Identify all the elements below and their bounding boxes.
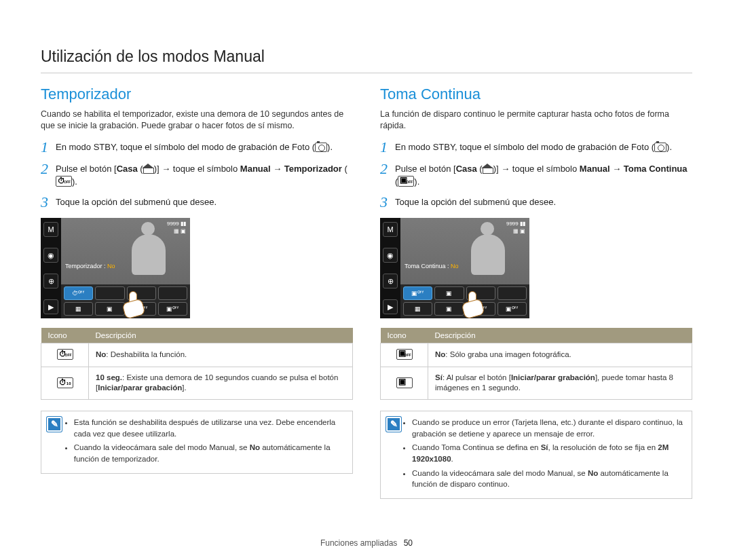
option-cont-on[interactable]: ▣ [434,286,464,300]
option-row2[interactable]: ▣ᴼᶠᶠ [158,302,187,316]
divider [41,73,692,73]
option-row2[interactable]: ▦ [64,302,93,316]
play-icon: ▶ [43,299,58,314]
pointer-hand-icon [462,291,486,316]
section-heading-left: Temporizador [41,86,353,103]
step-body: Toque la opción del submenú que desee. [395,196,692,210]
camera-icon: ◉ [383,248,398,263]
right-column: Toma Continua La función de disparo cont… [380,86,692,499]
continuous-off-icon [398,176,414,187]
option-row2[interactable]: ▣ [434,302,464,316]
intro-right: La función de disparo continuo le permit… [380,109,692,132]
device-status: 9999 ▮▮▦ ▣ [506,221,525,235]
step-number: 3 [41,195,56,210]
note-box-left: ✎ Esta función se deshabilita después de… [41,411,353,474]
mode-icon: M [43,222,58,237]
device-message: Toma Continua : No [405,263,459,269]
step-number: 1 [41,140,56,155]
note-item: Cuando se produce un error (Tarjeta llen… [412,417,685,439]
camera-icon [654,143,666,152]
th-icon: Icono [381,328,428,343]
step-number: 2 [380,162,395,189]
continuous-off-icon [396,349,413,360]
left-column: Temporizador Cuando se habilita el tempo… [41,86,353,499]
home-icon [143,164,154,174]
timer-off-icon [57,349,73,360]
option-timer-off[interactable]: ⏱ᴼᶠᶠ [64,286,93,300]
play-icon: ▶ [383,299,398,314]
intro-left: Cuando se habilita el temporizador, exis… [41,109,353,132]
step-body: Toque la opción del submenú que desee. [56,196,353,210]
device-screenshot-left: M ◉ ⊕ ▶ 9999 ▮▮▦ ▣ Temporizador : No [41,218,190,318]
device-screenshot-right: M ◉ ⊕ ▶ 9999 ▮▮▦ ▣ Toma Continua : No [380,218,529,318]
page-footer: Funciones ampliadas 50 [0,538,733,548]
th-desc: Descripción [89,328,353,343]
th-desc: Descripción [428,328,692,343]
steps-left: 1 En modo STBY, toque el símbolo del mod… [41,141,353,210]
option-blank[interactable] [497,286,527,300]
step-body: Pulse el botón [Casa ()] → toque el símb… [395,163,692,189]
option-row2[interactable]: ▣ᴼᶠᶠ [497,302,527,316]
step-number: 1 [380,140,395,155]
table-row: No: Deshabilita la función. [41,343,353,367]
steps-right: 1 En modo STBY, toque el símbolo del mod… [380,141,692,210]
step-number: 2 [41,162,56,189]
note-item: Cuando Toma Continua se defina en Sí, la… [412,442,685,464]
th-icon: Icono [41,328,89,343]
option-cont-off[interactable]: ▣ᴼᶠᶠ [403,286,432,300]
step-body: En modo STBY, toque el símbolo del modo … [395,141,692,155]
step-body: En modo STBY, toque el símbolo del modo … [56,141,353,155]
option-blank[interactable] [158,286,187,300]
pointer-hand-icon [122,291,147,316]
table-row: No: Sólo graba una imagen fotográfica. [381,343,692,367]
section-heading-right: Toma Continua [380,86,692,103]
camera-icon: ◉ [43,248,58,263]
timer-10-icon [57,377,73,388]
icon-table-left: Icono Descripción No: Deshabilita la fun… [41,328,353,400]
note-icon: ✎ [386,417,401,432]
table-row: 10 seg.: Existe una demora de 10 segundo… [41,367,353,399]
note-item: Cuando la videocámara sale del modo Manu… [74,442,345,464]
step-body: Pulse el botón [Casa ()] → toque el símb… [56,163,353,189]
option-blank[interactable] [95,286,124,300]
device-sidebar: M ◉ ⊕ ▶ [380,218,400,318]
note-item: Cuando la videocámara sale del modo Manu… [412,468,685,490]
device-sidebar: M ◉ ⊕ ▶ [41,218,61,318]
table-row: Sí: Al pulsar el botón [Iniciar/parar gr… [381,367,692,399]
icon-table-right: Icono Descripción No: Sólo graba una ima… [380,328,692,400]
option-row2[interactable]: ▦ [403,302,432,316]
note-item: Esta función se deshabilita después de u… [74,417,345,439]
zoom-icon: ⊕ [383,274,398,288]
mode-icon: M [383,222,398,237]
note-icon: ✎ [47,417,62,432]
device-message: Temporizador : No [65,263,115,269]
page-title: Utilización de los modos Manual [41,48,692,66]
zoom-icon: ⊕ [43,274,58,288]
continuous-on-icon [396,377,413,388]
device-status: 9999 ▮▮▦ ▣ [167,221,186,235]
camera-icon [315,143,327,152]
home-icon [483,164,493,174]
option-row2[interactable]: ▣ [95,302,124,316]
note-box-right: ✎ Cuando se produce un error (Tarjeta ll… [380,411,692,499]
step-number: 3 [380,195,395,210]
timer-off-icon [56,176,72,187]
